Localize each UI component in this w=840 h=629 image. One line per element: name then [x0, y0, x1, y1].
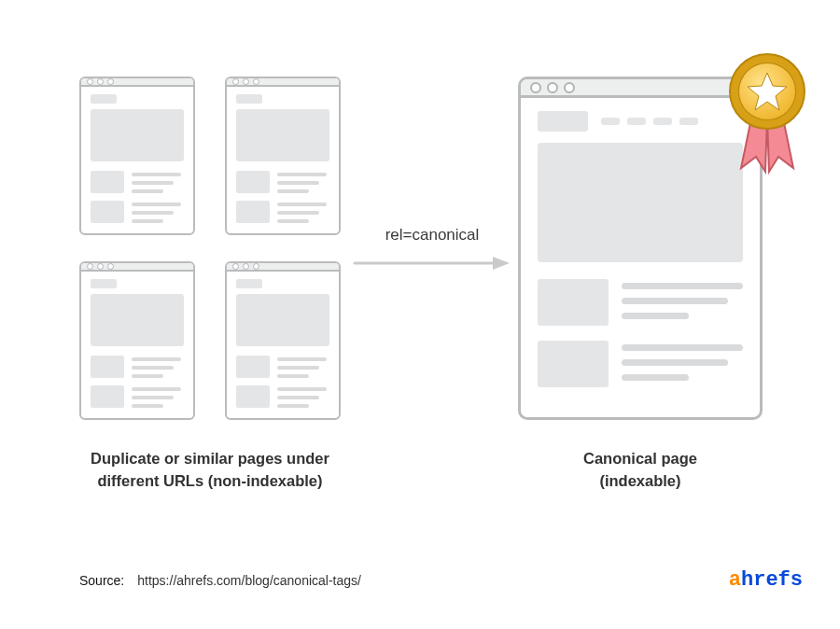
- content-row: [236, 171, 329, 193]
- window-dot-icon: [107, 78, 114, 85]
- content-block: [236, 94, 262, 104]
- text-lines: [132, 356, 184, 378]
- content-row: [236, 201, 329, 223]
- rel-canonical-arrow: rel=canonical: [353, 226, 511, 273]
- content-block: [627, 118, 646, 125]
- text-line: [622, 298, 728, 304]
- caption-line: (indexable): [599, 472, 680, 489]
- nav-placeholder: [601, 118, 698, 125]
- content-block: [538, 111, 588, 132]
- source: Source: https://ahrefs.com/blog/canonica…: [79, 573, 361, 588]
- page-body: [227, 87, 339, 240]
- content-row: [538, 341, 743, 387]
- text-line: [622, 313, 689, 319]
- caption-line: Duplicate or similar pages under: [91, 450, 329, 467]
- window-dot-icon: [564, 82, 575, 93]
- text-lines: [132, 201, 184, 223]
- footer: Source: https://ahrefs.com/blog/canonica…: [79, 568, 803, 592]
- content-block: [236, 385, 270, 408]
- content-block: [236, 109, 329, 161]
- window-dot-icon: [97, 78, 104, 85]
- text-line: [277, 366, 319, 370]
- brand-suffix: hrefs: [741, 568, 803, 592]
- page-body: [81, 87, 193, 240]
- text-lines: [277, 356, 329, 378]
- text-line: [132, 396, 174, 399]
- window-dot-icon: [253, 263, 259, 270]
- window-dot-icon: [243, 78, 249, 85]
- duplicate-page: [225, 77, 341, 235]
- text-line: [132, 387, 181, 391]
- content-row: [236, 356, 329, 378]
- text-line: [132, 219, 163, 223]
- text-lines: [132, 385, 184, 408]
- text-lines: [622, 341, 743, 387]
- text-line: [132, 366, 174, 370]
- text-line: [277, 181, 319, 185]
- content-block: [538, 143, 743, 262]
- text-lines: [622, 279, 743, 326]
- text-line: [622, 283, 743, 289]
- content-block: [236, 294, 329, 346]
- content-block: [236, 201, 270, 223]
- page-body: [81, 272, 193, 425]
- page-body: [227, 272, 339, 425]
- content-row: [91, 171, 184, 193]
- text-line: [277, 374, 309, 378]
- svg-marker-1: [493, 257, 510, 270]
- text-line: [132, 203, 181, 206]
- text-line: [132, 173, 181, 176]
- window-titlebar: [81, 78, 193, 87]
- content-row: [91, 385, 184, 408]
- text-line: [277, 211, 319, 215]
- source-label: Source:: [79, 573, 124, 588]
- content-block: [236, 171, 270, 193]
- window-dot-icon: [87, 263, 93, 270]
- diagram-stage: rel=canonical: [0, 0, 840, 629]
- text-line: [622, 344, 743, 351]
- content-block: [91, 109, 184, 161]
- content-block: [91, 201, 124, 223]
- arrow-label: rel=canonical: [353, 226, 511, 245]
- content-block: [236, 356, 270, 378]
- duplicate-pages-grid: [79, 77, 341, 420]
- text-line: [277, 387, 327, 391]
- window-dot-icon: [107, 263, 114, 270]
- content-block: [91, 279, 117, 288]
- text-line: [622, 359, 728, 366]
- caption-line: different URLs (non-indexable): [97, 472, 322, 489]
- window-titlebar: [227, 263, 339, 272]
- content-block: [653, 118, 672, 125]
- duplicate-page: [79, 77, 195, 235]
- content-row: [91, 356, 184, 378]
- window-dot-icon: [253, 78, 259, 85]
- text-line: [132, 189, 163, 193]
- content-block: [91, 294, 184, 346]
- content-block: [236, 279, 262, 288]
- content-block: [538, 279, 609, 326]
- text-line: [277, 396, 319, 399]
- award-badge-icon: [721, 49, 814, 179]
- window-dot-icon: [97, 263, 104, 270]
- text-line: [277, 203, 327, 206]
- text-line: [277, 189, 309, 193]
- text-line: [132, 374, 163, 378]
- content-block: [679, 118, 698, 125]
- brand-prefix: a: [729, 568, 741, 592]
- text-line: [277, 173, 327, 176]
- text-line: [277, 219, 309, 223]
- window-dot-icon: [243, 263, 249, 270]
- text-line: [132, 404, 163, 408]
- text-line: [622, 374, 689, 381]
- duplicate-caption: Duplicate or similar pages under differe…: [79, 448, 341, 493]
- content-row: [236, 385, 329, 408]
- content-block: [91, 94, 117, 104]
- window-dot-icon: [232, 78, 239, 85]
- content-block: [601, 118, 620, 125]
- content-block: [91, 385, 124, 408]
- text-line: [277, 357, 327, 361]
- content-row: [538, 279, 743, 326]
- header-row: [538, 111, 743, 132]
- content-block: [91, 171, 124, 193]
- canonical-caption: Canonical page (indexable): [518, 448, 763, 493]
